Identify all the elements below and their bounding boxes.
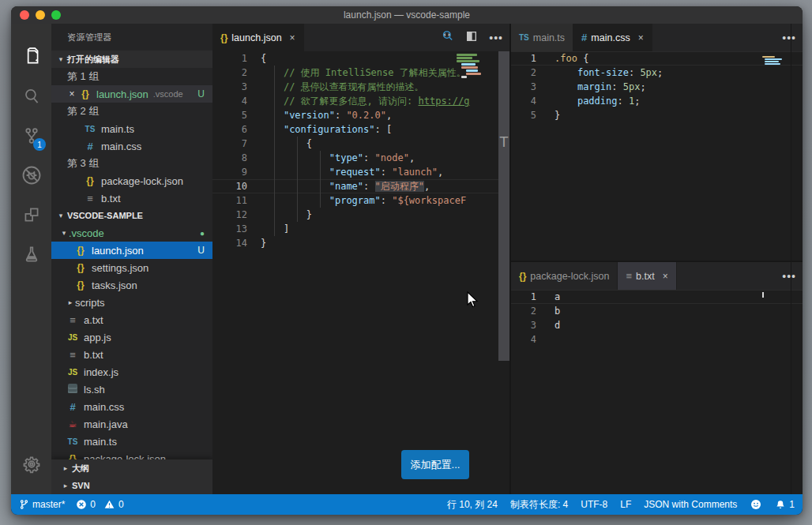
tree-item-a-txt[interactable]: ≡ a.txt: [51, 311, 212, 328]
tree-item-launch-json[interactable]: {} launch.json U: [51, 242, 212, 259]
source-control-icon[interactable]: 1: [11, 117, 51, 155]
tree-item-scripts-folder[interactable]: ▸ scripts: [51, 294, 212, 311]
indentation-status[interactable]: 制表符长度: 4: [510, 498, 568, 512]
code-line: 5}: [511, 108, 803, 122]
close-window-button[interactable]: [20, 10, 29, 20]
git-branch-status[interactable]: master*: [19, 499, 65, 510]
explorer-icon[interactable]: [11, 38, 51, 76]
open-editors-header[interactable]: ▾ 打开的编辑器: [51, 51, 212, 68]
css-file-icon: #: [581, 32, 587, 43]
minimap[interactable]: [761, 55, 782, 73]
json-file-icon: {}: [78, 88, 92, 99]
tab-main-ts[interactable]: TS main.ts: [511, 24, 573, 51]
add-configuration-button[interactable]: 添加配置...: [401, 450, 469, 479]
tab-main-css[interactable]: # main.css ×: [573, 24, 652, 51]
tree-item-main-ts[interactable]: TS main.ts: [51, 433, 212, 450]
status-bar: master* 0 0 行 10, 列 24 制表符长度: 4 UTF-8 LF…: [11, 494, 803, 515]
modified-dot-icon: ●: [200, 229, 205, 238]
outline-section-header[interactable]: ▸ 大纲: [51, 459, 212, 477]
shell-file-icon: [66, 384, 80, 396]
code-line: 4 padding: 1;: [511, 94, 803, 108]
close-tab-icon[interactable]: ×: [290, 32, 295, 43]
txt-file-icon: ≡: [66, 349, 80, 361]
eol-status[interactable]: LF: [620, 499, 631, 510]
code-editor-launch-json[interactable]: 1{2 // 使用 IntelliSense 了解相关属性。3 // 悬停以查看…: [212, 51, 509, 494]
code-editor-main-css[interactable]: 1.foo {2 font-size: 5px;3 margin: 5px;4 …: [511, 51, 803, 261]
split-editor-icon[interactable]: [465, 30, 478, 46]
close-tab-icon[interactable]: ×: [638, 32, 644, 43]
ts-file-icon: TS: [83, 125, 97, 133]
tab-package-lock-json[interactable]: {} package-lock.json: [511, 262, 618, 290]
scm-badge: 1: [33, 138, 46, 151]
open-editor-b-txt[interactable]: ≡ b.txt: [51, 189, 212, 207]
tree-item-tasks-json[interactable]: {} tasks.json: [51, 276, 212, 294]
extensions-icon[interactable]: [11, 196, 51, 234]
code-line: 1.foo {: [511, 51, 803, 66]
editor-group-label: 第 3 组: [51, 155, 212, 172]
open-editor-launch-json[interactable]: × {} launch.json .vscode U: [51, 85, 212, 103]
json-file-icon: {}: [519, 271, 526, 282]
tree-item-vscode-folder[interactable]: ▾ .vscode ●: [51, 224, 212, 242]
tab-bar: {} launch.json × •••: [212, 24, 509, 51]
tree-item-ls-sh[interactable]: ls.sh: [51, 381, 212, 398]
txt-file-icon: ≡: [83, 193, 97, 204]
svn-section-header[interactable]: ▸ SVN: [51, 477, 212, 494]
tab-b-txt[interactable]: ≡ b.txt ×: [618, 262, 676, 290]
minimap-border: [791, 24, 791, 261]
sidebar-bottom-sections: ▸ 大纲 ▸ SVN: [51, 459, 212, 494]
more-actions-icon[interactable]: •••: [489, 32, 503, 44]
open-preview-icon[interactable]: [441, 29, 454, 46]
json-file-icon: {}: [73, 262, 88, 273]
js-file-icon: JS: [66, 333, 80, 342]
debug-icon[interactable]: [11, 156, 51, 194]
code-line: 4: [511, 332, 803, 347]
open-editor-package-lock[interactable]: {} package-lock.json: [51, 172, 212, 189]
search-icon[interactable]: [11, 77, 51, 115]
code-line: 14}: [212, 236, 509, 250]
overview-char: T: [498, 134, 509, 150]
more-actions-icon[interactable]: •••: [782, 32, 796, 44]
test-flask-icon[interactable]: [11, 235, 51, 273]
workspace-root-header[interactable]: ▾ VSCODE-SAMPLE: [51, 207, 212, 224]
tree-item-app-js[interactable]: JS app.js: [51, 328, 212, 346]
open-editor-main-css[interactable]: # main.css: [51, 137, 212, 155]
warning-icon: [103, 499, 115, 510]
close-tab-icon[interactable]: ×: [663, 271, 668, 282]
more-actions-icon[interactable]: •••: [782, 270, 796, 283]
outline-label: 大纲: [72, 463, 89, 474]
vscode-window: launch.json — vscode-sample 1 资源管理器 ▾: [11, 6, 803, 515]
tree-item-settings-json[interactable]: {} settings.json: [51, 259, 212, 276]
open-editors-label: 打开的编辑器: [67, 54, 119, 66]
editor-group-css: TS main.ts # main.css × ••• 1.foo {2 fon…: [511, 24, 803, 261]
tree-item-index-js[interactable]: JS index.js: [51, 363, 212, 381]
txt-file-icon: ≡: [626, 270, 632, 282]
feedback-smiley-icon[interactable]: [750, 498, 762, 511]
zoom-window-button[interactable]: [51, 10, 61, 20]
java-file-icon: ☕: [66, 418, 80, 429]
tree-item-b-txt[interactable]: ≡ b.txt: [51, 346, 212, 363]
sidebar-title: 资源管理器: [51, 24, 212, 51]
code-line: 11 "program": "${workspaceF: [212, 193, 509, 208]
problems-status[interactable]: 0 0: [76, 499, 123, 510]
tree-item-main-java[interactable]: ☕ main.java: [51, 415, 212, 433]
close-icon[interactable]: ×: [66, 88, 78, 99]
editor-scrollbar[interactable]: T: [498, 51, 509, 361]
minimap[interactable]: [455, 53, 481, 99]
open-editor-main-ts[interactable]: TS main.ts: [51, 120, 212, 137]
notifications-bell[interactable]: 1: [775, 499, 795, 511]
tree-item-main-css[interactable]: # main.css: [51, 398, 212, 415]
tab-launch-json[interactable]: {} launch.json ×: [212, 24, 304, 51]
language-mode-status[interactable]: JSON with Comments: [644, 499, 737, 510]
chevron-down-icon: ▾: [55, 55, 67, 63]
title-bar[interactable]: launch.json — vscode-sample: [11, 6, 803, 24]
gear-icon[interactable]: [11, 445, 51, 483]
code-line: 9 "request": "launch",: [212, 165, 509, 179]
encoding-status[interactable]: UTF-8: [581, 499, 607, 510]
error-icon: [76, 499, 87, 510]
code-line: 2 font-size: 5px;: [511, 66, 803, 80]
cursor-position-status[interactable]: 行 10, 列 24: [447, 498, 498, 512]
minimize-window-button[interactable]: [36, 10, 45, 20]
code-editor-b-txt[interactable]: 1a2b3d4: [511, 290, 803, 494]
bell-icon: [775, 499, 786, 511]
css-file-icon: #: [83, 141, 97, 152]
